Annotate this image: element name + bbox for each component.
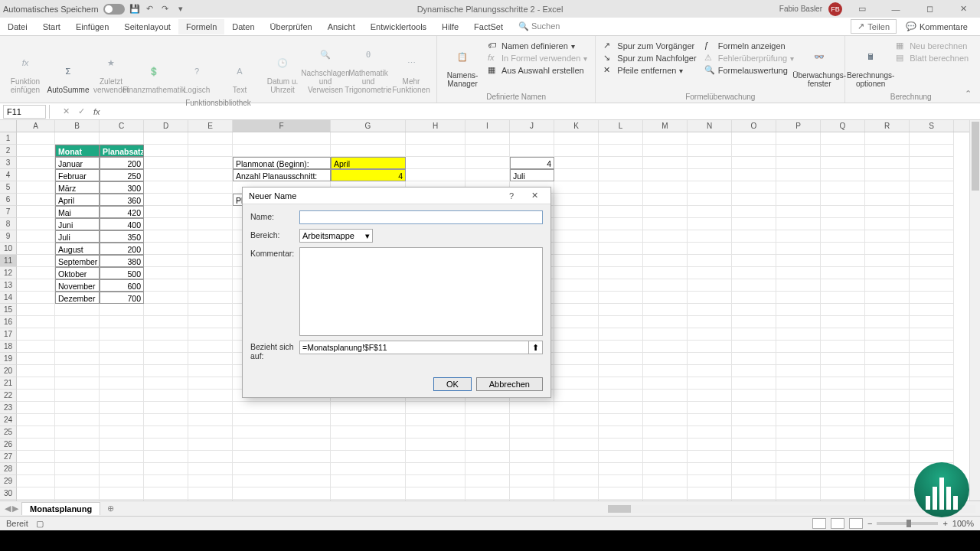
- cell[interactable]: [510, 475, 554, 487]
- cell[interactable]: [17, 377, 55, 390]
- cell[interactable]: [643, 304, 688, 316]
- input-name[interactable]: [299, 210, 543, 224]
- cell[interactable]: [100, 426, 144, 439]
- cell[interactable]: [776, 218, 821, 230]
- cell[interactable]: [144, 279, 188, 292]
- cell[interactable]: [865, 328, 910, 341]
- cell[interactable]: [331, 463, 406, 475]
- cell[interactable]: [144, 218, 188, 230]
- cell[interactable]: [554, 487, 599, 500]
- cell[interactable]: [554, 267, 599, 279]
- cell[interactable]: [144, 292, 188, 304]
- col-header[interactable]: K: [554, 120, 599, 132]
- cell[interactable]: [910, 243, 954, 255]
- cell[interactable]: [910, 157, 954, 169]
- cell[interactable]: [55, 316, 100, 328]
- cell[interactable]: [554, 292, 599, 304]
- cell[interactable]: [776, 292, 821, 304]
- cell[interactable]: [55, 304, 100, 316]
- cell[interactable]: [599, 390, 643, 402]
- name-manager-button[interactable]: 📋 Namens- Manager: [442, 39, 483, 91]
- close-icon[interactable]: ✕: [949, 0, 977, 18]
- cell[interactable]: [100, 487, 144, 500]
- cell[interactable]: [599, 439, 643, 451]
- cell[interactable]: [865, 390, 910, 402]
- cell[interactable]: [17, 487, 55, 500]
- col-header[interactable]: H: [406, 120, 466, 132]
- cell[interactable]: [188, 218, 233, 230]
- cell[interactable]: [865, 181, 910, 194]
- cell[interactable]: [188, 500, 233, 500]
- enter-formula-icon[interactable]: ✓: [74, 104, 89, 119]
- cell[interactable]: [233, 439, 331, 451]
- cell[interactable]: [643, 255, 688, 267]
- cell[interactable]: [233, 402, 331, 414]
- cell[interactable]: [865, 218, 910, 230]
- cell[interactable]: [406, 451, 466, 463]
- vertical-scrollbar[interactable]: [969, 120, 980, 500]
- row-header[interactable]: 22: [0, 390, 17, 402]
- cell[interactable]: [599, 487, 643, 500]
- cell[interactable]: [17, 426, 55, 439]
- cell[interactable]: [406, 145, 466, 157]
- cell[interactable]: [144, 341, 188, 353]
- cell[interactable]: [17, 230, 55, 243]
- cell[interactable]: [821, 194, 865, 206]
- row-header[interactable]: 8: [0, 218, 17, 230]
- cell[interactable]: [599, 377, 643, 390]
- cell[interactable]: [732, 353, 776, 365]
- cell[interactable]: [406, 439, 466, 451]
- cell[interactable]: [865, 316, 910, 328]
- cell[interactable]: [732, 132, 776, 145]
- cell[interactable]: [554, 390, 599, 402]
- cell[interactable]: [17, 157, 55, 169]
- row-header[interactable]: 20: [0, 365, 17, 377]
- cell[interactable]: [643, 414, 688, 426]
- select-all-corner[interactable]: [0, 120, 17, 132]
- cell[interactable]: Mai: [55, 206, 100, 218]
- cell[interactable]: [821, 487, 865, 500]
- remove-arrows-button[interactable]: ✕Pfeile entfernen ▾: [603, 65, 696, 76]
- cell[interactable]: [144, 475, 188, 487]
- cell[interactable]: [688, 390, 732, 402]
- cell[interactable]: [821, 353, 865, 365]
- cell[interactable]: [188, 132, 233, 145]
- cell[interactable]: [17, 243, 55, 255]
- cell[interactable]: [865, 243, 910, 255]
- cell[interactable]: [732, 304, 776, 316]
- cell[interactable]: [910, 132, 954, 145]
- select-scope[interactable]: Arbeitsmappe ▾: [299, 229, 373, 243]
- cell[interactable]: [599, 365, 643, 377]
- trace-dependents-button[interactable]: ↘Spur zum Nachfolger: [603, 53, 696, 64]
- cell[interactable]: [910, 181, 954, 194]
- cell[interactable]: [865, 365, 910, 377]
- cell[interactable]: [821, 475, 865, 487]
- cell[interactable]: [910, 402, 954, 414]
- cell[interactable]: [144, 181, 188, 194]
- cell[interactable]: [643, 341, 688, 353]
- cell[interactable]: [466, 451, 510, 463]
- col-header[interactable]: D: [144, 120, 188, 132]
- cell[interactable]: [643, 377, 688, 390]
- cell[interactable]: [188, 426, 233, 439]
- search-box[interactable]: 🔍 Suchen: [511, 18, 567, 34]
- cancel-formula-icon[interactable]: ✕: [58, 104, 74, 119]
- menu-ueberpruefen[interactable]: Überprüfen: [263, 19, 320, 34]
- row-header[interactable]: 7: [0, 206, 17, 218]
- cell[interactable]: [643, 451, 688, 463]
- cell[interactable]: [144, 390, 188, 402]
- cell[interactable]: [732, 157, 776, 169]
- cell[interactable]: [406, 414, 466, 426]
- col-header[interactable]: F: [233, 120, 331, 132]
- cell[interactable]: [188, 169, 233, 181]
- cell[interactable]: [776, 132, 821, 145]
- cell[interactable]: [331, 132, 406, 145]
- cell[interactable]: [688, 255, 732, 267]
- cell[interactable]: [688, 292, 732, 304]
- cell[interactable]: [688, 402, 732, 414]
- cell[interactable]: [865, 500, 910, 500]
- cell[interactable]: [554, 500, 599, 500]
- cell[interactable]: [188, 414, 233, 426]
- cell[interactable]: [865, 132, 910, 145]
- cell[interactable]: [688, 365, 732, 377]
